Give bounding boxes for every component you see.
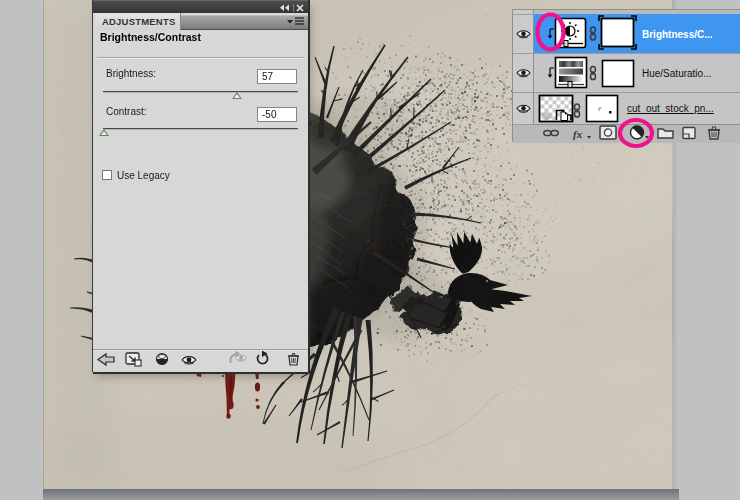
- svg-text:fx: fx: [573, 128, 583, 140]
